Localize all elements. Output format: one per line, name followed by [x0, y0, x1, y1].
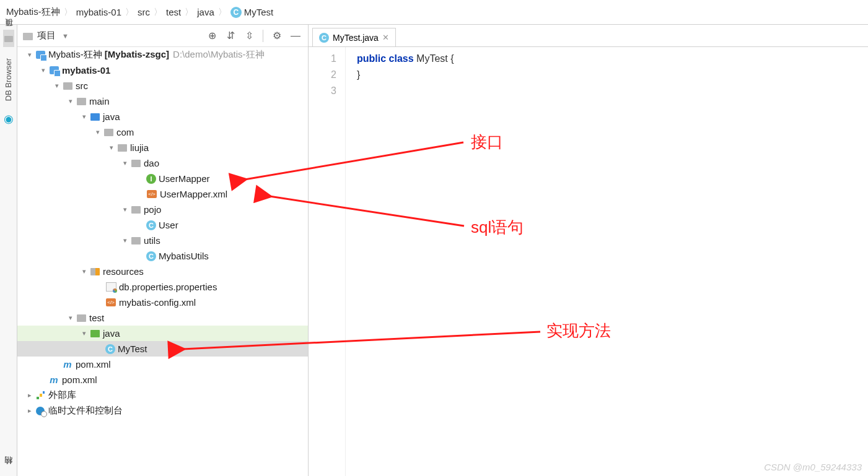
- chevron-down-icon[interactable]: ▾: [93, 128, 103, 136]
- chevron-right-icon[interactable]: ▸: [25, 391, 35, 399]
- code-content[interactable]: public class MyTest { }: [346, 47, 868, 476]
- myconfig-label: mybatis-config.xml: [119, 297, 196, 308]
- tree-test[interactable]: ▾ test: [17, 310, 308, 326]
- crumb-root[interactable]: Mybatis-狂神: [6, 6, 60, 18]
- crumb-2[interactable]: src: [138, 7, 150, 17]
- tree-module[interactable]: ▾ mybatis-01: [17, 63, 308, 78]
- crumb-sep: 〉: [125, 7, 134, 18]
- chevron-down-icon[interactable]: ▾: [120, 236, 130, 244]
- tree-main[interactable]: ▾ main: [17, 93, 308, 109]
- test-label: test: [89, 313, 104, 323]
- tree-root[interactable]: ▾ Mybatis-狂神 [Mybatis-zsgc] D:\demo\Myba…: [17, 47, 308, 63]
- chevron-down-icon[interactable]: ▾: [107, 144, 116, 152]
- project-tree[interactable]: ▾ Mybatis-狂神 [Mybatis-zsgc] D:\demo\Myba…: [17, 47, 308, 476]
- tree-dao[interactable]: ▾ dao: [17, 155, 308, 171]
- folder-icon: [76, 313, 87, 323]
- tab-project[interactable]: 项目: [3, 30, 14, 47]
- package-icon: [130, 236, 141, 246]
- usermapperxml-label: UserMapper.xml: [160, 189, 227, 199]
- crumb-5[interactable]: MyTest: [244, 7, 274, 17]
- chevron-right-icon[interactable]: ▸: [25, 407, 35, 415]
- tree-usermapper[interactable]: I UserMapper: [17, 171, 308, 186]
- folder-icon: [4, 35, 14, 45]
- crumb-sep: 〉: [64, 7, 72, 18]
- gutter: 1 2 3: [309, 47, 346, 476]
- toolbar-divider: [263, 30, 263, 42]
- crumb-3[interactable]: test: [166, 7, 181, 17]
- tree-usermapper-xml[interactable]: UserMapper.xml: [17, 186, 308, 202]
- root-label: Mybatis-狂神: [48, 49, 102, 59]
- package-icon: [130, 158, 141, 168]
- root-path: D:\demo\Mybatis-狂神: [173, 49, 265, 61]
- class-icon: C: [146, 220, 156, 230]
- crumb-4[interactable]: java: [197, 7, 214, 17]
- usermapper-label: UserMapper: [159, 173, 210, 184]
- class-icon: C: [230, 7, 242, 18]
- chevron-down-icon[interactable]: ▾: [79, 267, 89, 275]
- code-editor[interactable]: 1 2 3 public class MyTest { }: [309, 47, 868, 476]
- db-glyph-icon[interactable]: ◉: [4, 112, 14, 126]
- root-vcs: [Mybatis-zsgc]: [105, 49, 169, 59]
- module-icon: [35, 50, 46, 60]
- crumb-1[interactable]: mybatis-01: [76, 7, 121, 17]
- brace-open: {: [450, 53, 454, 64]
- tree-user[interactable]: C User: [17, 217, 308, 233]
- tree-src[interactable]: ▾ src: [17, 78, 308, 93]
- settings-button[interactable]: ⚙: [270, 28, 284, 43]
- line-number: 3: [309, 83, 336, 99]
- chevron-down-icon[interactable]: ▾: [25, 51, 35, 59]
- svg-rect-0: [4, 36, 13, 42]
- tree-mybatisutils[interactable]: C MybatisUtils: [17, 248, 308, 264]
- tab-db-browser[interactable]: DB Browser: [4, 56, 13, 103]
- chevron-down-icon[interactable]: ▾: [79, 329, 89, 337]
- panel-title[interactable]: 项目: [37, 30, 56, 41]
- tree-java[interactable]: ▾ java: [17, 109, 308, 124]
- scroll-from-source-button[interactable]: ⊕: [204, 28, 219, 43]
- tree-java-test[interactable]: ▾ java: [17, 326, 308, 341]
- folder-icon: [62, 81, 73, 91]
- chevron-down-icon[interactable]: ▾: [120, 159, 130, 167]
- watermark: CSDN @m0_59244333: [764, 462, 862, 472]
- chevron-down-icon[interactable]: ▾: [66, 314, 76, 322]
- kw-class: class: [389, 53, 414, 64]
- crumb-sep: 〉: [218, 7, 227, 18]
- pojo-label: pojo: [144, 204, 161, 215]
- tree-external-libs[interactable]: ▸ 外部库: [17, 387, 308, 403]
- editor-tab-mytest[interactable]: C MyTest.java ✕: [312, 28, 396, 46]
- dbprops-label: db.properties.properties: [119, 282, 217, 292]
- tree-mytest[interactable]: C MyTest: [17, 341, 308, 357]
- tree-liujia[interactable]: ▾ liujia: [17, 140, 308, 155]
- expand-all-button[interactable]: ⇵: [223, 28, 238, 43]
- close-icon[interactable]: ✕: [382, 33, 389, 42]
- svg-rect-1: [23, 33, 33, 40]
- chevron-down-icon[interactable]: ▾: [66, 97, 76, 105]
- tree-scratches[interactable]: ▸ 临时文件和控制台: [17, 403, 308, 418]
- tool-window-strip: 项目 DB Browser ◉ 结构: [0, 25, 17, 476]
- tree-mybatis-config[interactable]: mybatis-config.xml: [17, 295, 308, 310]
- tree-utils[interactable]: ▾ utils: [17, 233, 308, 248]
- class-icon: C: [146, 251, 156, 261]
- dropdown-icon[interactable]: ▼: [62, 32, 69, 40]
- tree-pom-module[interactable]: m pom.xml: [17, 357, 308, 372]
- com-label: com: [116, 127, 134, 137]
- tree-dbprops[interactable]: db.properties.properties: [17, 279, 308, 295]
- tree-com[interactable]: ▾ com: [17, 124, 308, 140]
- class-icon: C: [105, 344, 115, 354]
- tree-pom-root[interactable]: m pom.xml: [17, 372, 308, 387]
- tree-resources[interactable]: ▾ resources: [17, 264, 308, 279]
- chevron-down-icon[interactable]: ▾: [38, 66, 48, 74]
- module-label: mybatis-01: [62, 65, 110, 76]
- crumb-sep: 〉: [185, 7, 193, 18]
- brace-close: }: [357, 67, 868, 83]
- collapse-all-button[interactable]: ⇳: [242, 28, 256, 43]
- utils-label: utils: [144, 235, 160, 246]
- chevron-down-icon[interactable]: ▾: [52, 82, 62, 90]
- chevron-down-icon[interactable]: ▾: [79, 113, 89, 121]
- hide-button[interactable]: —: [288, 28, 303, 43]
- chevron-down-icon[interactable]: ▾: [120, 206, 130, 214]
- crumb-sep: 〉: [154, 7, 162, 18]
- pom1-label: pom.xml: [76, 359, 111, 370]
- scratch-label: 临时文件和控制台: [48, 405, 123, 417]
- class-icon: C: [319, 33, 329, 43]
- tree-pojo[interactable]: ▾ pojo: [17, 202, 308, 217]
